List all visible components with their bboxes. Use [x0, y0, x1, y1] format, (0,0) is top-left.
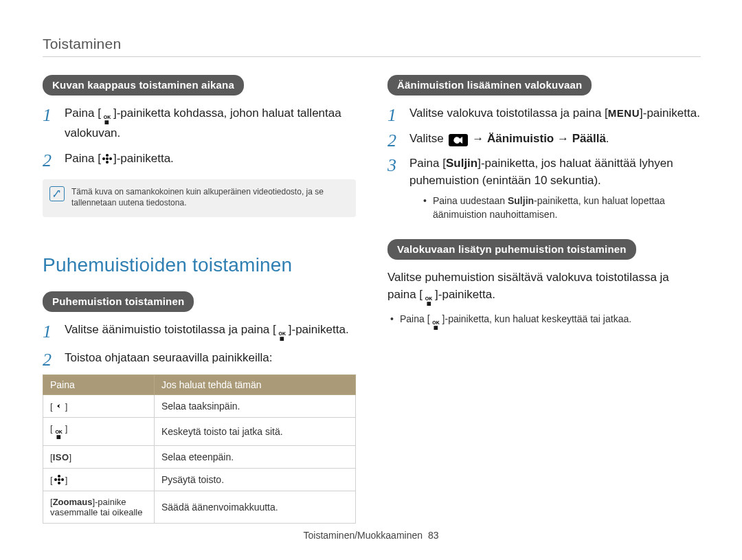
bold: Äänimuistio: [487, 132, 554, 145]
addvoice-bullet-1: Paina uudestaan Suljin-painiketta, kun h…: [423, 194, 701, 222]
table-row: [ISO] Selaa eteenpäin.: [43, 446, 356, 469]
svg-point-8: [54, 478, 57, 481]
note-icon: [49, 186, 65, 201]
footer-label: Toistaminen/Muokkaaminen: [304, 530, 423, 541]
pill-playadded: Valokuvaan lisätyn puhemuistion toistami…: [387, 239, 636, 260]
text: ]-painiketta.: [113, 152, 174, 165]
text: Paina [: [65, 107, 101, 120]
text: Valitse valokuva toistotilassa ja paina …: [409, 107, 608, 120]
svg-point-4: [109, 157, 112, 160]
section-title-voicememos: Puhemuistioiden toistaminen: [43, 254, 356, 276]
ok-icon: OK▦: [431, 320, 442, 331]
arrow: →: [554, 132, 572, 145]
arrow: →: [469, 132, 487, 145]
note-text: Tämä kuva on samankokoinen kuin alkuperä…: [71, 186, 346, 208]
table-header-action: Jos haluat tehdä tämän: [155, 375, 356, 395]
svg-point-2: [106, 161, 109, 164]
playmemo-step-2: Toistoa ohjataan seuraavilla painikkeill…: [43, 350, 356, 367]
left-arrow-icon: [54, 401, 65, 412]
action-cell: Selaa taaksinpäin.: [155, 395, 356, 418]
playadded-bullet-1: Paina [OK▦]-painiketta, kun haluat keske…: [390, 312, 701, 331]
left-column: Kuvan kaappaus toistaminen aikana Paina …: [43, 75, 356, 524]
bold: Suljin: [446, 157, 477, 170]
svg-point-7: [58, 482, 60, 484]
iso-icon: ISO: [53, 452, 69, 462]
text: Paina [: [65, 152, 101, 165]
ok-icon: OK▦: [54, 429, 65, 440]
table-row: [] Pysäytä toisto.: [43, 469, 356, 491]
action-cell: Keskeytä toisto tai jatka sitä.: [155, 418, 356, 446]
pill-addvoice: Äänimuistion lisääminen valokuvaan: [387, 75, 592, 96]
text: Paina uudestaan: [433, 195, 508, 206]
addvoice-step-3: Paina [Suljin]-painiketta, jos haluat ää…: [387, 155, 701, 221]
svg-point-3: [102, 157, 105, 160]
capture-step-1: Paina [OK▦]-painiketta kohdassa, johon h…: [43, 105, 356, 142]
menu-icon: MENU: [608, 107, 640, 119]
playmemo-step-1: Valitse äänimuistio toistotilassa ja pai…: [43, 322, 356, 341]
key-cell: [OK▦]: [43, 418, 155, 446]
flower-icon: [102, 153, 113, 164]
text: Valitse: [409, 132, 447, 145]
ok-icon: OK▦: [277, 331, 288, 341]
bold: Päällä: [572, 132, 606, 145]
flower-icon: [54, 474, 65, 485]
text: ]-painiketta.: [435, 288, 495, 301]
playmemo-steps: Valitse äänimuistio toistotilassa ja pai…: [43, 322, 356, 367]
two-column-layout: Kuvan kaappaus toistaminen aikana Paina …: [43, 75, 701, 524]
text: Paina [: [400, 313, 430, 324]
table-row: [OK▦] Keskeytä toisto tai jatka sitä.: [43, 418, 356, 446]
header-divider: [43, 56, 701, 57]
action-cell: Pysäytä toisto.: [155, 469, 356, 491]
ok-icon: OK▦: [423, 295, 434, 306]
svg-point-5: [58, 478, 60, 481]
action-cell: Säädä äänenvoimakkuutta.: [155, 491, 356, 524]
svg-point-1: [106, 154, 109, 157]
page-number: 83: [428, 530, 439, 541]
page-footer: Toistaminen/Muokkaaminen 83: [0, 530, 742, 541]
pill-capture: Kuvan kaappaus toistaminen aikana: [43, 75, 244, 96]
text: ]-painiketta, kun haluat keskeyttää tai …: [442, 313, 632, 324]
text: Paina [: [409, 157, 446, 170]
svg-point-0: [106, 157, 109, 160]
capture-step-2: Paina []-painiketta.: [43, 150, 356, 168]
text: Toistoa ohjataan seuraavilla painikkeill…: [65, 351, 272, 364]
table-header-press: Paina: [43, 375, 155, 395]
svg-point-9: [61, 478, 64, 481]
key-cell: []: [43, 395, 155, 418]
addvoice-steps: Valitse valokuva toistotilassa ja paina …: [387, 105, 701, 221]
page-title: Toistaminen: [43, 36, 701, 52]
key-cell: []: [43, 469, 155, 491]
note-box: Tämä kuva on samankokoinen kuin alkuperä…: [43, 179, 356, 216]
text: ]-painiketta.: [640, 107, 700, 120]
playadded-body: Valitse puhemuistion sisältävä valokuva …: [387, 269, 701, 306]
tool-icon: [449, 134, 468, 146]
key-cell: [Zoomaus]-painikevasemmalle tai oikealle: [43, 491, 155, 524]
bold: Suljin: [508, 195, 534, 206]
action-cell: Selaa eteenpäin.: [155, 446, 356, 469]
key-cell: [ISO]: [43, 446, 155, 469]
controls-table: Paina Jos haluat tehdä tämän [] Selaa ta…: [43, 374, 356, 524]
svg-point-6: [58, 475, 60, 478]
table-row: [Zoomaus]-painikevasemmalle tai oikealle…: [43, 491, 356, 524]
text: ]-painiketta.: [289, 323, 349, 336]
text: Valitse äänimuistio toistotilassa ja pai…: [65, 323, 276, 336]
zoom-key-text: [Zoomaus]-painikevasemmalle tai oikealle: [50, 497, 142, 517]
ok-icon: OK▦: [102, 114, 113, 125]
capture-steps: Paina [OK▦]-painiketta kohdassa, johon h…: [43, 105, 356, 167]
text: .: [606, 132, 609, 145]
table-row: [] Selaa taaksinpäin.: [43, 395, 356, 418]
addvoice-step-1: Valitse valokuva toistotilassa ja paina …: [387, 105, 701, 122]
addvoice-step-2: Valitse → Äänimuistio → Päällä.: [387, 131, 701, 148]
right-column: Äänimuistion lisääminen valokuvaan Valit…: [387, 75, 701, 524]
pill-playmemo: Puhemuistion toistaminen: [43, 291, 194, 312]
